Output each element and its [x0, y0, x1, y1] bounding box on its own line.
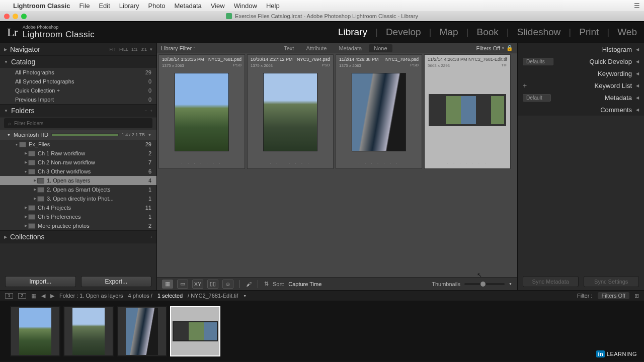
filmstrip-thumb[interactable]	[117, 306, 167, 356]
filmstrip[interactable]	[0, 301, 644, 361]
nav-zoom-dropdown-icon[interactable]: ▾	[150, 47, 152, 52]
disclosure-icon[interactable]: ▼	[14, 143, 19, 146]
nav-fit[interactable]: FIT	[109, 47, 116, 52]
folder-row[interactable]: ▶2. Open as Smart Objects1	[0, 185, 156, 194]
disclosure-icon[interactable]: ▼	[23, 170, 28, 173]
disclosure-icon[interactable]: ▶	[23, 224, 28, 228]
folder-row[interactable]: ▼Ex_Files29	[0, 140, 156, 149]
menu-photo[interactable]: Photo	[148, 2, 166, 10]
folders-plus-icon[interactable]: +	[150, 109, 152, 113]
grid-view-button[interactable]: ▦	[162, 280, 173, 289]
fs-filter-switch-icon[interactable]: ⊞	[634, 293, 639, 299]
collections-header[interactable]: ▶ Collections +	[0, 231, 156, 243]
sort-value[interactable]: Capture Time	[288, 281, 321, 287]
painter-tool-icon[interactable]: 🖌	[246, 281, 252, 287]
catalog-row[interactable]: All Photographs29	[0, 68, 156, 77]
histogram-header[interactable]: Histogram ◀	[518, 43, 644, 55]
filter-tab-text[interactable]: Text	[279, 44, 299, 52]
primary-monitor-button[interactable]: 1	[5, 293, 13, 299]
catalog-header[interactable]: ▼ Catalog	[0, 56, 156, 68]
folder-row[interactable]: ▼Ch 3 Other workflows6	[0, 167, 156, 176]
disclosure-icon[interactable]: ▶	[23, 151, 28, 155]
grid-jump-icon[interactable]: ▦	[31, 293, 36, 299]
folder-row[interactable]: ▶3. Open directly into Phot...1	[0, 194, 156, 203]
comments-header[interactable]: Comments ◀	[518, 104, 644, 116]
keywording-header[interactable]: Keywording ◀	[518, 67, 644, 79]
sync-metadata-button[interactable]: Sync Metadata	[523, 276, 579, 287]
survey-view-button[interactable]: ▯▯	[207, 280, 218, 289]
filters-off-label[interactable]: Filters Off	[476, 45, 500, 51]
module-slideshow[interactable]: Slideshow	[517, 27, 561, 38]
window-minimize-button[interactable]	[13, 14, 18, 19]
module-print[interactable]: Print	[579, 27, 599, 38]
menu-file[interactable]: File	[79, 2, 90, 10]
catalog-row[interactable]: Previous Import0	[0, 95, 156, 104]
disclosure-icon[interactable]: ▶	[23, 215, 28, 219]
module-develop[interactable]: Develop	[386, 27, 421, 38]
volume-menu-icon[interactable]: ▼	[148, 133, 151, 137]
export-button[interactable]: Export...	[81, 276, 152, 287]
folder-row[interactable]: ▶Ch 1 Raw workflow2	[0, 149, 156, 158]
folders-header[interactable]: ▼ Folders − +	[0, 105, 156, 117]
keyword-list-plus-icon[interactable]: +	[523, 81, 527, 89]
window-zoom-button[interactable]	[21, 14, 27, 19]
secondary-monitor-button[interactable]: 2	[18, 293, 26, 299]
menu-edit[interactable]: Edit	[99, 2, 110, 10]
volume-row[interactable]: ▼ Macintosh HD 1.4 / 2.1 TB ▼	[0, 130, 156, 140]
grid-thumbnail[interactable]: 11/2/14 4:26:38 PM NYC1_7846.psd 1375 x …	[336, 54, 422, 169]
quick-develop-header[interactable]: Defaults Quick Develop ◀	[518, 55, 644, 67]
module-book[interactable]: Book	[476, 27, 498, 38]
import-button[interactable]: Import...	[5, 276, 76, 287]
filmstrip-thumb[interactable]	[10, 306, 60, 356]
menu-extras-icon[interactable]: ☰	[634, 2, 640, 10]
disclosure-icon[interactable]: ▶	[23, 160, 28, 164]
menu-view[interactable]: View	[211, 2, 225, 10]
catalog-row[interactable]: All Synced Photographs0	[0, 77, 156, 86]
module-library[interactable]: Library	[338, 27, 367, 38]
filmstrip-thumb[interactable]	[63, 306, 114, 356]
filter-tab-none[interactable]: None	[369, 44, 392, 52]
grid-thumbnail[interactable]: 11/2/14 4:26:38 PM NYC2_7681-Edit.tif 56…	[424, 54, 511, 169]
folder-row[interactable]: ▶Ch 5 Preferences1	[0, 212, 156, 221]
quick-develop-preset-dropdown[interactable]: Defaults	[523, 58, 553, 65]
menu-library[interactable]: Library	[119, 2, 139, 10]
keyword-list-header[interactable]: + Keyword List ◀	[518, 79, 644, 92]
module-web[interactable]: Web	[617, 27, 637, 38]
disclosure-icon[interactable]: ▶	[23, 206, 28, 210]
nav-1to1[interactable]: 1:1	[131, 47, 138, 52]
nav-back-icon[interactable]: ◀	[41, 293, 45, 299]
metadata-preset-dropdown[interactable]: Default	[523, 94, 551, 102]
collections-plus-icon[interactable]: +	[150, 235, 152, 239]
folder-filter-input[interactable]: ⌕ Filter Folders	[4, 118, 152, 128]
filter-dropdown-icon[interactable]: ▾	[502, 46, 504, 50]
sort-direction-icon[interactable]: ⇅	[264, 281, 269, 287]
people-view-button[interactable]: ☺	[222, 280, 233, 289]
disclosure-icon[interactable]: ▶	[32, 178, 37, 183]
catalog-row[interactable]: Quick Collection +0	[0, 86, 156, 95]
folders-minus-icon[interactable]: −	[145, 109, 147, 113]
navigator-header[interactable]: ▶ Navigator FIT FILL 1:1 3:1 ▾	[0, 43, 156, 55]
filter-tab-attribute[interactable]: Attribute	[301, 44, 332, 52]
source-path[interactable]: Folder : 1. Open as layers	[59, 293, 123, 299]
compare-view-button[interactable]: XY	[192, 280, 203, 289]
loupe-view-button[interactable]: ▭	[177, 280, 188, 289]
menu-window[interactable]: Window	[234, 2, 257, 10]
metadata-header[interactable]: Default Metadata ◀	[518, 92, 644, 104]
app-menu[interactable]: Lightroom Classic	[13, 2, 70, 10]
menu-metadata[interactable]: Metadata	[175, 2, 202, 10]
filmstrip-thumb[interactable]	[170, 306, 220, 356]
fs-filter-value[interactable]: Filters Off	[598, 292, 629, 299]
nav-fill[interactable]: FILL	[119, 47, 128, 52]
toolbar-menu-icon[interactable]: ▼	[509, 282, 512, 286]
sync-settings-button[interactable]: Sync Settings	[584, 276, 639, 287]
grid-thumbnail[interactable]: 10/30/14 2:27:12 PM NYC3_7694.psd 1375 x…	[247, 54, 334, 169]
filter-lock-icon[interactable]: 🔒	[506, 45, 513, 51]
grid-view[interactable]: 10/30/14 1:53:35 PM NYC2_7681.psd 1375 x…	[157, 53, 517, 277]
disclosure-icon[interactable]: ▶	[32, 197, 37, 201]
window-close-button[interactable]	[4, 14, 10, 19]
filter-tab-metadata[interactable]: Metadata	[334, 44, 367, 52]
disclosure-icon[interactable]: ▶	[32, 188, 37, 192]
grid-thumbnail[interactable]: 10/30/14 1:53:35 PM NYC2_7681.psd 1375 x…	[158, 54, 245, 169]
folder-row[interactable]: ▶Ch 4 Projects11	[0, 203, 156, 212]
nav-3to1[interactable]: 3:1	[140, 47, 147, 52]
